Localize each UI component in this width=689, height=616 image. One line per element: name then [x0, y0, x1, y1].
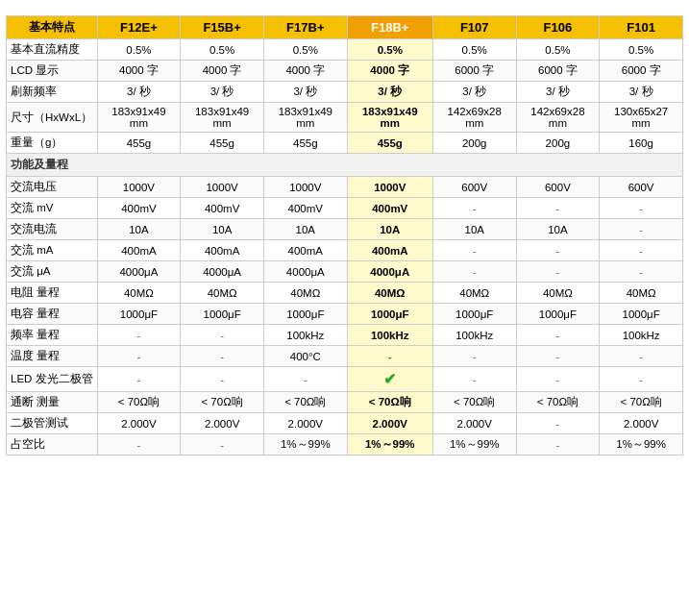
row-label: 通断 测量: [7, 392, 98, 413]
cell-3: ✔: [347, 367, 432, 392]
cell-0: -: [97, 325, 181, 346]
cell-4: 1%～99%: [432, 434, 516, 456]
header-feature: 基本特点: [7, 16, 98, 39]
table-row: 交流 μA4000μA4000μA4000μA4000μA---: [7, 261, 683, 283]
row-label: 交流电流: [7, 219, 98, 240]
header-col-F106: F106: [516, 16, 600, 39]
row-label: 交流 mV: [7, 198, 98, 219]
cell-5: 6000 字: [516, 61, 600, 82]
cell-2: -: [263, 367, 347, 392]
cell-2: 0.5%: [263, 39, 347, 61]
cell-2: 4000μA: [263, 261, 347, 283]
cell-6: < 70Ω响: [600, 392, 683, 413]
row-label: 交流 mA: [7, 240, 98, 261]
table-row: 基本直流精度0.5%0.5%0.5%0.5%0.5%0.5%0.5%: [7, 39, 683, 61]
row-label: 交流 μA: [7, 261, 98, 283]
cell-0: 400mA: [97, 240, 181, 261]
cell-6: 600V: [600, 177, 683, 198]
table-row: LCD 显示4000 字4000 字4000 字4000 字6000 字6000…: [7, 61, 683, 82]
cell-6: 130x65x27 mm: [600, 103, 683, 133]
table-row: LED 发光二极管---✔---: [7, 367, 683, 392]
cell-5: -: [516, 240, 600, 261]
row-label: 重量（g）: [7, 133, 98, 154]
cell-2: 4000 字: [263, 61, 347, 82]
cell-6: 100kHz: [600, 325, 683, 346]
page-container: 基本特点F12E+F15B+F17B+F18B+F107F106F101 基本直…: [0, 0, 689, 463]
table-row: 重量（g）455g455g455g455g200g200g160g: [7, 133, 683, 154]
cell-3: 1000μF: [347, 304, 432, 325]
cell-2: < 70Ω响: [263, 392, 347, 413]
cell-5: -: [516, 434, 600, 456]
cell-5: -: [516, 325, 600, 346]
cell-0: -: [97, 434, 181, 456]
section-header-row: 功能及量程: [7, 154, 683, 177]
cell-4: 600V: [432, 177, 516, 198]
cell-1: 455g: [181, 133, 264, 154]
cell-5: 40MΩ: [516, 283, 600, 304]
cell-2: 400mA: [263, 240, 347, 261]
cell-6: -: [600, 346, 683, 367]
cell-4: 142x69x28 mm: [432, 103, 516, 133]
cell-1: 3/ 秒: [181, 82, 264, 103]
cell-6: 2.000V: [600, 413, 683, 434]
cell-3: 183x91x49 mm: [347, 103, 432, 133]
cell-1: -: [181, 325, 264, 346]
cell-6: -: [600, 367, 683, 392]
cell-2: 10A: [263, 219, 347, 240]
cell-5: < 70Ω响: [516, 392, 600, 413]
row-label: LCD 显示: [7, 61, 98, 82]
row-label: 电阻 量程: [7, 283, 98, 304]
cell-4: -: [432, 346, 516, 367]
cell-1: < 70Ω响: [181, 392, 264, 413]
row-label: 交流电压: [7, 177, 98, 198]
cell-5: 3/ 秒: [516, 82, 600, 103]
cell-2: 3/ 秒: [263, 82, 347, 103]
cell-3: 4000 字: [347, 61, 432, 82]
cell-2: 183x91x49 mm: [263, 103, 347, 133]
cell-6: -: [600, 240, 683, 261]
row-label: 电容 量程: [7, 304, 98, 325]
cell-1: 400mA: [181, 240, 264, 261]
cell-3: 100kHz: [347, 325, 432, 346]
cell-5: 1000μF: [516, 304, 600, 325]
cell-6: 160g: [600, 133, 683, 154]
cell-1: 10A: [181, 219, 264, 240]
table-row: 频率 量程--100kHz100kHz100kHz-100kHz: [7, 325, 683, 346]
cell-2: 40MΩ: [263, 283, 347, 304]
cell-4: -: [432, 367, 516, 392]
table-row: 通断 测量< 70Ω响< 70Ω响< 70Ω响< 70Ω响< 70Ω响< 70Ω…: [7, 392, 683, 413]
cell-6: 6000 字: [600, 61, 683, 82]
cell-3: 1%～99%: [347, 434, 432, 456]
cell-3: 4000μA: [347, 261, 432, 283]
comparison-table: 基本特点F12E+F15B+F17B+F18B+F107F106F101 基本直…: [6, 15, 683, 456]
row-label: 温度 量程: [7, 346, 98, 367]
cell-0: < 70Ω响: [97, 392, 181, 413]
row-label: 尺寸（HxWxL）: [7, 103, 98, 133]
header-col-F18B+: F18B+: [347, 16, 432, 39]
cell-4: 1000μF: [432, 304, 516, 325]
table-row: 电阻 量程40MΩ40MΩ40MΩ40MΩ40MΩ40MΩ40MΩ: [7, 283, 683, 304]
table-row: 交流 mV400mV400mV400mV400mV---: [7, 198, 683, 219]
cell-3: 400mV: [347, 198, 432, 219]
cell-0: 183x91x49 mm: [97, 103, 181, 133]
cell-5: -: [516, 198, 600, 219]
cell-3: 1000V: [347, 177, 432, 198]
cell-2: 1000V: [263, 177, 347, 198]
cell-2: 100kHz: [263, 325, 347, 346]
cell-3: -: [347, 346, 432, 367]
cell-0: -: [97, 367, 181, 392]
cell-6: 3/ 秒: [600, 82, 683, 103]
cell-6: -: [600, 219, 683, 240]
cell-4: 200g: [432, 133, 516, 154]
cell-4: 100kHz: [432, 325, 516, 346]
cell-5: 0.5%: [516, 39, 600, 61]
cell-3: 455g: [347, 133, 432, 154]
cell-0: 4000 字: [97, 61, 181, 82]
cell-0: 1000μF: [97, 304, 181, 325]
cell-5: 142x69x28 mm: [516, 103, 600, 133]
cell-4: 0.5%: [432, 39, 516, 61]
cell-0: 10A: [97, 219, 181, 240]
cell-2: 400°C: [263, 346, 347, 367]
table-row: 交流电流10A10A10A10A10A10A-: [7, 219, 683, 240]
table-row: 温度 量程--400°C----: [7, 346, 683, 367]
